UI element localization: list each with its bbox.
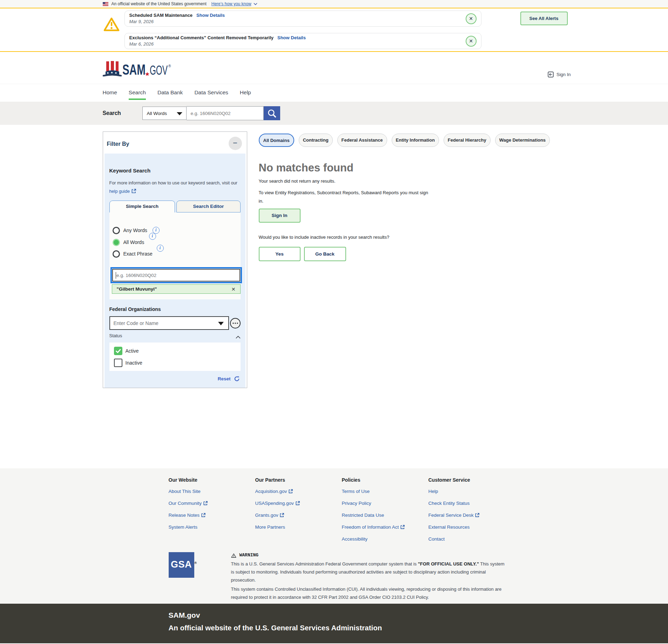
svg-text:SAM: SAM xyxy=(122,61,146,76)
svg-text:GOV: GOV xyxy=(150,63,168,76)
svg-text:®: ® xyxy=(168,64,171,68)
